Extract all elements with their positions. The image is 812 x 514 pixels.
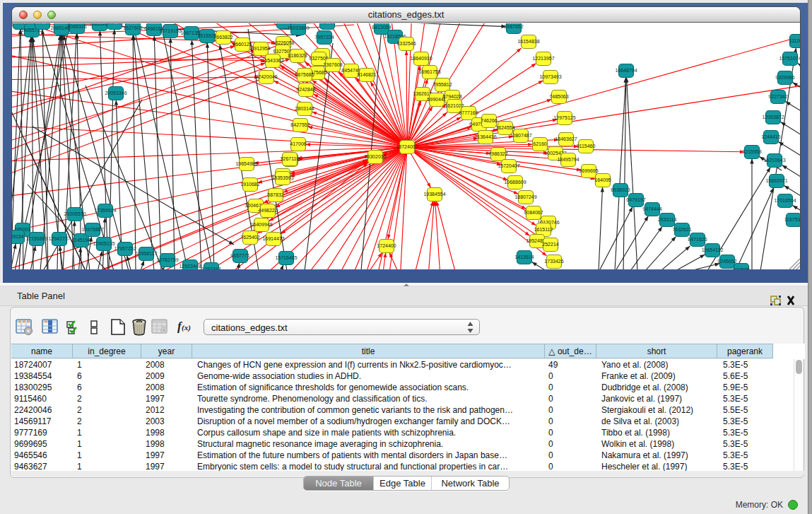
svg-text:1527602: 1527602 [123,25,142,30]
svg-text:62160: 62160 [533,141,547,146]
svg-text:18463627: 18463627 [555,136,577,141]
svg-text:9245652: 9245652 [717,259,736,264]
svg-text:924565: 924565 [733,267,749,269]
svg-text:9657771: 9657771 [230,253,249,258]
svg-text:1065326: 1065326 [67,24,86,29]
svg-text:16154838: 16154838 [517,39,539,44]
svg-text:1332546: 1332546 [396,41,416,46]
svg-text:12905135: 12905135 [93,241,114,246]
svg-text:3267110: 3267110 [281,156,300,161]
svg-text:795722: 795722 [319,23,335,25]
svg-text:9227342: 9227342 [768,94,787,99]
svg-text:7663822: 7663822 [213,35,233,40]
svg-text:22420046: 22420046 [255,74,277,79]
svg-text:9115460: 9115460 [577,144,596,148]
svg-text:1910682: 1910682 [240,182,259,187]
svg-text:12975125: 12975125 [553,115,575,120]
svg-text:4498222: 4498222 [258,208,277,213]
svg-text:3215958: 3215958 [742,149,761,154]
svg-text:23302035: 23302035 [364,154,386,159]
svg-text:12942737: 12942737 [48,236,70,241]
svg-text:19384554: 19384554 [423,192,445,197]
svg-text:8660125: 8660125 [233,42,252,47]
svg-text:(x): (x) [182,323,191,332]
svg-text:746266: 746266 [481,118,497,123]
svg-text:152760: 152760 [106,23,122,25]
svg-text:587832: 587832 [267,192,283,197]
svg-text:1724400: 1724400 [377,243,396,248]
svg-text:9242848: 9242848 [296,87,315,92]
svg-text:1167531: 1167531 [784,217,800,222]
svg-text:9699695: 9699695 [579,168,598,173]
svg-text:12093872: 12093872 [762,115,784,119]
svg-text:16210643: 16210643 [763,158,785,163]
svg-text:16033809: 16033809 [287,25,309,30]
svg-text:10975887: 10975887 [81,227,103,232]
svg-text:12923448: 12923448 [179,264,201,269]
svg-text:2367608: 2367608 [323,62,342,67]
svg-text:17359924: 17359924 [94,208,116,213]
svg-text:3624554: 3624554 [495,125,514,130]
svg-text:15751074: 15751074 [779,56,800,61]
svg-text:164095: 164095 [594,177,611,182]
svg-text:7955812: 7955812 [433,82,452,87]
svg-text:5875685: 5875685 [295,72,314,77]
svg-text:111267: 111267 [789,38,800,43]
svg-text:8938923: 8938923 [611,187,630,192]
svg-text:10973493: 10973493 [539,74,561,79]
svg-text:18640910: 18640910 [410,56,432,61]
svg-text:10782759: 10782759 [156,257,178,262]
svg-text:1413614: 1413614 [514,255,534,259]
svg-text:17957252: 17957252 [114,246,136,251]
svg-text:205712: 205712 [34,23,50,25]
svg-text:1733426: 1733426 [544,259,563,264]
svg-text:16543362: 16543362 [261,58,283,63]
svg-text:15720407: 15720407 [498,163,519,168]
svg-text:8427552: 8427552 [290,122,310,127]
svg-text:10807487: 10807487 [510,133,531,138]
svg-text:20206570: 20206570 [64,211,86,216]
svg-text:10654112: 10654112 [702,247,724,252]
svg-text:6794028: 6794028 [442,94,461,99]
svg-text:1145194: 1145194 [72,238,91,243]
svg-text:15692971: 15692971 [765,178,787,183]
svg-text:18724007: 18724007 [396,144,418,149]
svg-text:8186328: 8186328 [288,53,307,58]
svg-text:1292344: 1292344 [201,267,220,269]
svg-text:18807249: 18807249 [514,194,536,199]
svg-text:10688609: 10688609 [504,180,526,185]
svg-text:7957224: 7957224 [314,35,334,40]
svg-text:15353593: 15353593 [271,175,293,180]
svg-text:9146821: 9146821 [357,72,376,77]
svg-text:10958117: 10958117 [136,251,158,256]
svg-text:20053346: 20053346 [105,90,126,95]
svg-text:12213957: 12213957 [532,56,554,61]
svg-text:15716485: 15716485 [275,255,297,260]
svg-text:252214: 252214 [542,242,558,247]
svg-text:2933114: 2933114 [658,217,677,222]
svg-text:9777169: 9777169 [459,110,478,115]
svg-text:17016504: 17016504 [774,198,796,203]
svg-text:417006: 417006 [290,141,306,146]
svg-text:8813054: 8813054 [372,25,391,30]
svg-text:12156869: 12156869 [25,236,47,241]
svg-text:39154: 39154 [12,234,24,239]
svg-text:7485063: 7485063 [549,94,568,99]
svg-text:7986322: 7986322 [488,151,507,156]
svg-text:1621022: 1621022 [445,103,464,108]
svg-text:6479197: 6479197 [626,197,645,202]
svg-text:16409948: 16409948 [250,222,272,227]
svg-text:9084067: 9084067 [524,210,543,215]
svg-text:9329966: 9329966 [775,75,794,80]
svg-text:1244415: 1244415 [761,134,780,139]
svg-text:1615112: 1615112 [534,227,553,232]
svg-text:10719155: 10719155 [159,28,181,33]
svg-text:16961758: 16961758 [418,69,440,74]
svg-text:2687652: 2687652 [504,24,523,29]
svg-text:16648794: 16648794 [615,68,637,73]
svg-text:19654985: 19654985 [235,161,257,166]
svg-text:8471626: 8471626 [688,237,707,242]
svg-text:21364436: 21364436 [474,134,496,139]
svg-text:18495794: 18495794 [557,157,579,162]
svg-text:7632621: 7632621 [672,227,691,232]
